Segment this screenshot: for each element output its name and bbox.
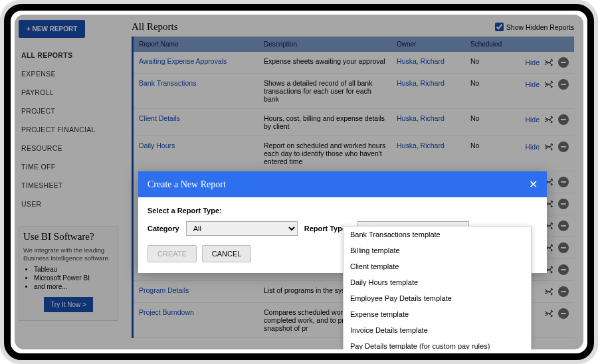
nav-project-financial[interactable]: PROJECT FINANCIAL [19,120,118,139]
hide-link[interactable]: Hide [525,58,540,66]
bi-list: Tableau Microsoft Power BI and more... [34,266,114,290]
report-desc: Hours, cost, billing and expense details… [258,109,391,136]
try-it-now-button[interactable]: Try It Now > [44,297,93,312]
scheduled-val: No [465,109,518,136]
dropdown-option[interactable]: Employee Pay Details template [344,290,531,306]
dropdown-option[interactable]: Client template [344,258,531,274]
report-name-link[interactable]: Program Details [139,286,189,294]
report-name-link[interactable]: Client Details [139,114,180,122]
page-title: All Reports [132,21,178,33]
hide-link[interactable]: Hide [525,80,540,88]
remove-icon[interactable] [558,308,569,319]
nav-timesheet[interactable]: TIMESHEET [19,176,118,195]
col-description[interactable]: Description [258,37,391,52]
share-icon[interactable] [544,57,554,68]
new-report-button[interactable]: + NEW REPORT [19,20,85,38]
show-hidden-toggle[interactable]: Show Hidden Reports [495,23,574,31]
share-icon[interactable] [544,286,554,297]
remove-icon[interactable] [558,79,569,90]
category-label: Category [148,225,179,232]
nav-payroll[interactable]: PAYROLL [19,83,118,102]
bi-title: Use BI Software? [23,231,114,242]
remove-icon[interactable] [558,177,569,187]
category-select[interactable]: All [186,221,298,236]
remove-icon[interactable] [558,264,569,275]
remove-icon[interactable] [558,114,569,125]
report-name-link[interactable]: Bank Transactions [139,79,196,87]
select-report-type-label: Select a Report Type: [148,207,538,215]
remove-icon[interactable] [558,286,569,297]
show-hidden-label: Show Hidden Reports [506,23,574,31]
nav-resource[interactable]: RESOURCE [19,139,118,157]
col-owner[interactable]: Owner [391,37,465,52]
share-icon[interactable] [544,308,554,319]
remove-icon[interactable] [558,242,569,253]
dropdown-option[interactable]: Invoice Details template [344,322,531,338]
owner-link[interactable]: Huska, Richard [397,79,445,87]
col-scheduled[interactable]: Scheduled [465,37,518,52]
cancel-button[interactable]: CANCEL [202,245,252,262]
owner-link[interactable]: Huska, Richard [397,114,445,122]
nav-all-reports[interactable]: ALL REPORTS [19,46,118,64]
table-row: Awaiting Expense ApprovalsExpense sheets… [133,52,575,74]
share-icon[interactable] [544,79,554,90]
scheduled-val: No [465,136,518,171]
dropdown-option[interactable]: Expense template [344,306,531,322]
report-name-link[interactable]: Daily Hours [139,141,175,149]
report-desc: Shows a detailed record of all bank tran… [258,74,391,109]
table-row: Client DetailsHours, cost, billing and e… [133,109,575,136]
nav-project[interactable]: PROJECT [19,102,118,120]
hide-link[interactable]: Hide [525,116,540,124]
modal-title: Create a New Report [148,179,226,190]
create-button[interactable]: CREATE [148,245,197,262]
sidebar: + NEW REPORT ALL REPORTS EXPENSE PAYROLL… [15,15,122,349]
scheduled-val: No [465,74,518,109]
scheduled-val: No [465,52,518,74]
owner-link[interactable]: Huska, Richard [397,141,445,149]
report-name-link[interactable]: Awaiting Expense Approvals [139,57,227,65]
report-desc: Report on scheduled and worked hours eac… [258,136,391,171]
remove-icon[interactable] [558,57,569,68]
bi-desc: We integrate with the leading Business I… [23,246,114,263]
report-desc: Expense sheets awaiting your approval [258,52,391,74]
col-actions [518,37,574,52]
show-hidden-checkbox[interactable] [495,23,504,31]
share-icon[interactable] [544,141,554,152]
bi-card: Use BI Software? We integrate with the l… [19,227,118,321]
dropdown-option[interactable]: Daily Hours template [344,274,531,290]
share-icon[interactable] [544,114,554,125]
nav-expense[interactable]: EXPENSE [19,64,118,83]
report-name-link[interactable]: Project Burndown [139,308,194,316]
dropdown-option[interactable]: Bank Transactions template [344,227,531,242]
hide-link[interactable]: Hide [525,143,540,151]
table-row: Daily HoursReport on scheduled and worke… [133,136,575,171]
nav-time-off[interactable]: TIME OFF [19,157,118,176]
nav-user[interactable]: USER [19,195,118,213]
col-report-name[interactable]: Report Name [133,37,258,52]
bi-item: and more... [34,283,114,290]
owner-link[interactable]: Huska, Richard [397,57,445,65]
bi-item: Microsoft Power BI [34,274,114,282]
remove-icon[interactable] [558,141,569,152]
dropdown-option[interactable]: Pay Details template (for custom pay rul… [344,338,531,349]
table-row: Bank TransactionsShows a detailed record… [133,74,575,109]
dropdown-option[interactable]: Billing template [344,242,531,258]
report-type-dropdown[interactable]: Bank Transactions templateBilling templa… [343,226,532,349]
remove-icon[interactable] [558,199,569,209]
bi-item: Tableau [34,266,114,273]
modal-header: Create a New Report ✕ [138,171,547,197]
remove-icon[interactable] [558,221,569,231]
close-icon[interactable]: ✕ [529,178,538,191]
